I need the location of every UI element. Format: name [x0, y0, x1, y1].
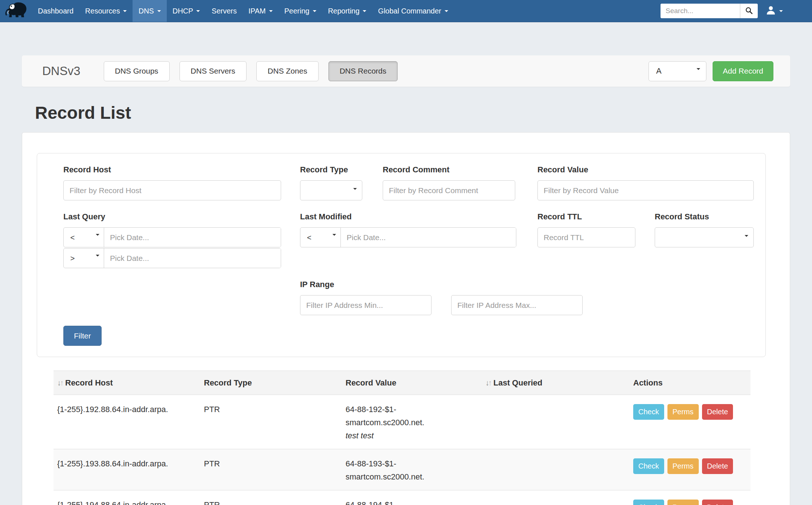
- record-type-select[interactable]: [300, 180, 362, 200]
- filter-button[interactable]: Filter: [63, 326, 102, 346]
- caret-down-icon: [269, 10, 273, 14]
- ip-range-max-input[interactable]: [451, 295, 583, 315]
- perms-button[interactable]: Perms: [667, 404, 699, 420]
- caret-down-icon: [445, 10, 448, 14]
- toolbar-right: A Add Record: [649, 61, 773, 81]
- column-header-last-queried[interactable]: ↓↑Last Queried: [482, 371, 630, 395]
- nav-item-dhcp[interactable]: DHCP: [167, 0, 206, 22]
- user-icon: [766, 5, 776, 17]
- column-header-record-value: Record Value: [342, 371, 482, 395]
- last-modified-date-input[interactable]: [341, 228, 516, 247]
- last-query-gt-select[interactable]: >: [64, 248, 104, 268]
- row-actions: Check Perms Delete: [633, 498, 747, 505]
- nav-item-ipam[interactable]: IPAM: [243, 0, 278, 22]
- last-query-lt-select[interactable]: <: [64, 228, 104, 247]
- caret-down-icon: [96, 234, 99, 238]
- delete-button[interactable]: Delete: [702, 404, 733, 420]
- column-header-record-host[interactable]: ↓↑Record Host: [54, 371, 200, 395]
- module-title: DNSv3: [42, 64, 80, 78]
- filter-panel: Record Host Record Type Record Comment R…: [37, 153, 766, 357]
- column-header-actions: Actions: [630, 371, 750, 395]
- caret-down-icon: [332, 234, 336, 238]
- perms-button[interactable]: Perms: [667, 500, 699, 505]
- record-status-label: Record Status: [655, 212, 754, 222]
- column-header-record-type: Record Type: [200, 371, 342, 395]
- record-ttl-input[interactable]: [537, 227, 635, 247]
- cell-record-type: PTR: [200, 449, 342, 490]
- record-host-label: Record Host: [63, 165, 281, 175]
- cell-record-host: {1-255}.194.88.64.in-addr.arpa.: [54, 490, 200, 505]
- caret-down-icon: [123, 10, 127, 14]
- nav-item-reporting[interactable]: Reporting: [322, 0, 373, 22]
- caret-down-icon: [353, 188, 357, 192]
- cell-record-host: {1-255}.192.88.64.in-addr.arpa.: [54, 395, 200, 449]
- top-navbar: Dashboard Resources DNS DHCP Servers IPA…: [0, 0, 812, 22]
- check-button[interactable]: Check: [633, 458, 664, 474]
- mammoth-logo-icon: [5, 1, 28, 20]
- last-modified-op-select[interactable]: <: [300, 228, 341, 247]
- cell-record-value: 64-88-192-$1- smartcom.sc2000.net. test …: [342, 395, 482, 449]
- record-value-input[interactable]: [537, 180, 754, 200]
- cell-record-type: PTR: [200, 490, 342, 505]
- main-nav: Dashboard Resources DNS DHCP Servers IPA…: [32, 0, 454, 22]
- search-input[interactable]: [661, 4, 740, 18]
- perms-button[interactable]: Perms: [667, 458, 699, 474]
- nav-item-dashboard[interactable]: Dashboard: [32, 0, 79, 22]
- caret-down-icon: [96, 255, 99, 258]
- record-host-input[interactable]: [63, 180, 281, 200]
- table-header-row: ↓↑Record Host Record Type Record Value ↓…: [54, 371, 750, 395]
- caret-down-icon: [779, 10, 783, 14]
- tab-dns-zones[interactable]: DNS Zones: [256, 61, 319, 81]
- delete-button[interactable]: Delete: [702, 458, 733, 474]
- sort-icon: ↓↑: [485, 379, 491, 387]
- nav-item-dns[interactable]: DNS: [133, 0, 166, 22]
- user-menu[interactable]: [758, 0, 812, 22]
- dns-toolbar: DNSv3 DNS Groups DNS Servers DNS Zones D…: [22, 55, 790, 87]
- record-value-label: Record Value: [537, 165, 754, 175]
- record-status-select[interactable]: [655, 227, 754, 247]
- tab-dns-records[interactable]: DNS Records: [328, 61, 398, 81]
- last-query-after-date-input[interactable]: [104, 228, 281, 247]
- nav-item-global-commander[interactable]: Global Commander: [372, 0, 454, 22]
- caret-down-icon: [697, 68, 700, 72]
- brand-logo[interactable]: [5, 0, 32, 22]
- caret-down-icon: [313, 10, 316, 14]
- record-type-selector[interactable]: A: [649, 61, 706, 81]
- ip-range-min-input[interactable]: [300, 295, 431, 315]
- search-button[interactable]: [740, 4, 758, 18]
- tab-dns-servers[interactable]: DNS Servers: [180, 61, 247, 81]
- cell-last-queried: [482, 490, 630, 505]
- table-row: {1-255}.192.88.64.in-addr.arpa. PTR 64-8…: [54, 395, 750, 449]
- caret-down-icon: [745, 235, 748, 239]
- check-button[interactable]: Check: [633, 404, 664, 420]
- caret-down-icon: [196, 10, 200, 14]
- navbar-search: [661, 4, 758, 18]
- row-actions: Check Perms Delete: [633, 457, 747, 474]
- tab-dns-groups[interactable]: DNS Groups: [104, 61, 170, 81]
- nav-item-servers[interactable]: Servers: [206, 0, 243, 22]
- last-modified-label: Last Modified: [300, 212, 516, 222]
- ip-range-label: IP Range: [300, 280, 583, 289]
- last-query-label: Last Query: [63, 212, 281, 222]
- cell-record-host: {1-255}.193.88.64.in-addr.arpa.: [54, 449, 200, 490]
- add-record-button[interactable]: Add Record: [713, 61, 773, 81]
- caret-down-icon: [363, 10, 366, 14]
- cell-record-type: PTR: [200, 395, 342, 449]
- nav-item-peering[interactable]: Peering: [279, 0, 322, 22]
- record-comment-input[interactable]: [383, 180, 515, 200]
- search-icon: [745, 7, 753, 16]
- row-actions: Check Perms Delete: [633, 403, 747, 420]
- record-ttl-label: Record TTL: [537, 212, 635, 222]
- record-list-card: Record Host Record Type Record Comment R…: [22, 132, 790, 505]
- last-query-before-date-input[interactable]: [104, 248, 281, 268]
- check-button[interactable]: Check: [633, 500, 664, 505]
- table-row: {1-255}.194.88.64.in-addr.arpa. PTR 64-8…: [54, 490, 750, 505]
- table-row: {1-255}.193.88.64.in-addr.arpa. PTR 64-8…: [54, 449, 750, 490]
- record-type-label: Record Type: [300, 165, 362, 175]
- cell-last-queried: [482, 449, 630, 490]
- nav-item-resources[interactable]: Resources: [79, 0, 133, 22]
- cell-record-value: 64-88-194-$1- smartcom.sc2000.net.: [342, 490, 482, 505]
- cell-last-queried: [482, 395, 630, 449]
- record-comment-text: test test: [346, 429, 478, 442]
- delete-button[interactable]: Delete: [702, 500, 733, 505]
